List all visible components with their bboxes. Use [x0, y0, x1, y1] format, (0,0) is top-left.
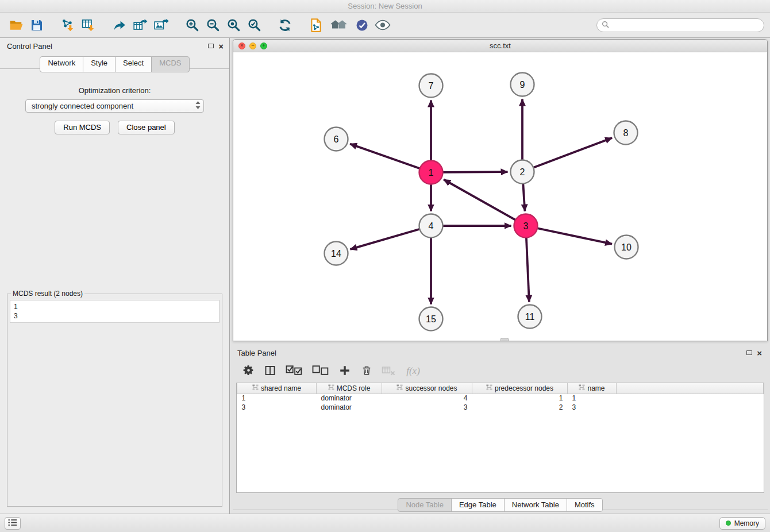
cell-predecessor-nodes[interactable]: 1: [472, 394, 568, 403]
tab-node-table[interactable]: Node Table: [398, 498, 452, 512]
svg-text:4: 4: [429, 221, 434, 231]
zoom-out-button[interactable]: [202, 16, 223, 35]
cell-successor-nodes[interactable]: 3: [382, 403, 472, 412]
table-row[interactable]: 3dominator323: [237, 403, 764, 412]
edge-1-6[interactable]: [350, 144, 420, 168]
open-session-button[interactable]: [6, 16, 26, 35]
memory-button[interactable]: Memory: [719, 517, 765, 530]
control-panel: Control Panel × NetworkStyleSelectMCDS O…: [0, 38, 230, 514]
edge-3-10[interactable]: [537, 228, 612, 244]
mcds-result-list[interactable]: 13: [10, 300, 220, 323]
zoom-selected-icon: [247, 18, 261, 32]
network-window-titlebar[interactable]: × − + scc.txt: [233, 40, 767, 52]
cell-shared-name[interactable]: 3: [237, 403, 317, 412]
cell-name[interactable]: 1: [568, 394, 617, 403]
graph-node-15[interactable]: 15: [419, 307, 443, 331]
deselect-all-rows-button[interactable]: [309, 363, 333, 380]
cell-name[interactable]: 3: [568, 403, 617, 412]
column-header-mcds-role[interactable]: MCDS role: [317, 383, 382, 394]
zoom-in-button[interactable]: [182, 16, 202, 35]
cell-successor-nodes[interactable]: 4: [382, 394, 472, 403]
cell-predecessor-nodes[interactable]: 2: [472, 403, 568, 412]
show-hide-details-button[interactable]: [372, 16, 393, 35]
graph-node-8[interactable]: 8: [614, 121, 638, 145]
close-panel-button[interactable]: Close panel: [118, 121, 175, 134]
column-header-predecessor-nodes[interactable]: predecessor nodes: [472, 383, 568, 394]
mcds-result-line[interactable]: 1: [14, 302, 215, 311]
graph-node-14[interactable]: 14: [325, 242, 348, 265]
select-all-rows-button[interactable]: [282, 363, 306, 380]
svg-text:10: 10: [621, 242, 632, 252]
mcds-result-box: MCDS result (2 nodes) 13: [7, 290, 222, 507]
tab-network[interactable]: Network: [40, 56, 83, 72]
tab-style[interactable]: Style: [83, 56, 116, 72]
zoom-selected-button[interactable]: [244, 16, 264, 35]
network-canvas[interactable]: 7968124314101511: [233, 52, 767, 341]
graph-node-1[interactable]: 1: [419, 161, 443, 184]
optimization-select[interactable]: strongly connected component: [25, 99, 204, 113]
table-row[interactable]: 1dominator411: [237, 394, 764, 403]
cell-mcds-role[interactable]: dominator: [317, 394, 382, 403]
first-neighbors-button[interactable]: [326, 16, 352, 35]
task-history-button[interactable]: [5, 517, 21, 530]
horizontal-splitter-grip[interactable]: [500, 338, 509, 341]
zoom-window-button[interactable]: +: [260, 43, 267, 49]
tab-select[interactable]: Select: [115, 56, 152, 72]
search-input[interactable]: [612, 21, 759, 29]
svg-text:1: 1: [429, 168, 434, 178]
trash-icon: [361, 365, 372, 378]
graph-node-3[interactable]: 3: [514, 214, 538, 238]
tab-motifs[interactable]: Motifs: [567, 498, 603, 512]
apply-layout-button[interactable]: [275, 16, 295, 35]
graph-node-9[interactable]: 9: [511, 73, 534, 97]
export-table-button[interactable]: [130, 16, 151, 35]
float-table-panel-icon[interactable]: [746, 350, 752, 355]
graph-node-4[interactable]: 4: [419, 214, 443, 238]
edge-4-14[interactable]: [350, 229, 419, 249]
close-control-panel-icon[interactable]: ×: [218, 42, 224, 51]
zoom-fit-button[interactable]: [223, 16, 244, 35]
tab-edge-table[interactable]: Edge Table: [451, 498, 505, 512]
titlebar[interactable]: Session: New Session: [0, 0, 770, 13]
edge-3-11[interactable]: [526, 237, 529, 302]
optimization-label: Optimization criterion:: [7, 86, 222, 95]
cell-mcds-role[interactable]: dominator: [317, 403, 382, 412]
export-image-button[interactable]: [151, 16, 171, 35]
tab-mcds[interactable]: MCDS: [151, 56, 189, 72]
export-network-button[interactable]: [109, 16, 130, 35]
table-mode-button[interactable]: [238, 363, 258, 380]
edge-3-1[interactable]: [444, 180, 515, 220]
graphics-details-button[interactable]: [352, 16, 372, 35]
minimize-window-button[interactable]: −: [249, 43, 256, 49]
graph-node-6[interactable]: 6: [325, 128, 348, 151]
graph-node-2[interactable]: 2: [511, 160, 534, 184]
edge-1-2[interactable]: [442, 172, 507, 172]
edge-2-3[interactable]: [523, 183, 525, 211]
float-panel-icon[interactable]: [208, 44, 214, 48]
network-document-button[interactable]: [306, 16, 326, 35]
graph-node-7[interactable]: 7: [419, 74, 443, 98]
function-builder-button[interactable]: f(x): [401, 363, 426, 380]
import-table-button[interactable]: [78, 16, 99, 35]
graph-node-11[interactable]: 11: [518, 305, 542, 329]
run-mcds-button[interactable]: Run MCDS: [55, 121, 110, 134]
mcds-result-line[interactable]: 3: [14, 311, 215, 321]
create-column-button[interactable]: [335, 363, 355, 380]
table-panel-header: Table Panel ×: [233, 346, 768, 360]
show-hide-columns-button[interactable]: [260, 363, 280, 380]
import-network-button[interactable]: [57, 16, 78, 35]
cell-shared-name[interactable]: 1: [237, 394, 317, 403]
search-field[interactable]: [596, 18, 764, 32]
save-session-button[interactable]: [26, 16, 47, 35]
edge-2-8[interactable]: [533, 138, 612, 168]
column-header-shared-name[interactable]: shared name: [237, 383, 317, 394]
svg-text:8: 8: [623, 128, 629, 138]
tab-network-table[interactable]: Network Table: [504, 498, 567, 512]
column-header-name[interactable]: name: [568, 383, 617, 394]
delete-table-button[interactable]: [379, 363, 398, 380]
graph-node-10[interactable]: 10: [615, 236, 638, 259]
close-window-button[interactable]: ×: [238, 43, 245, 49]
close-table-panel-icon[interactable]: ×: [757, 349, 762, 357]
delete-column-button[interactable]: [357, 363, 376, 380]
column-header-successor-nodes[interactable]: successor nodes: [382, 383, 472, 394]
